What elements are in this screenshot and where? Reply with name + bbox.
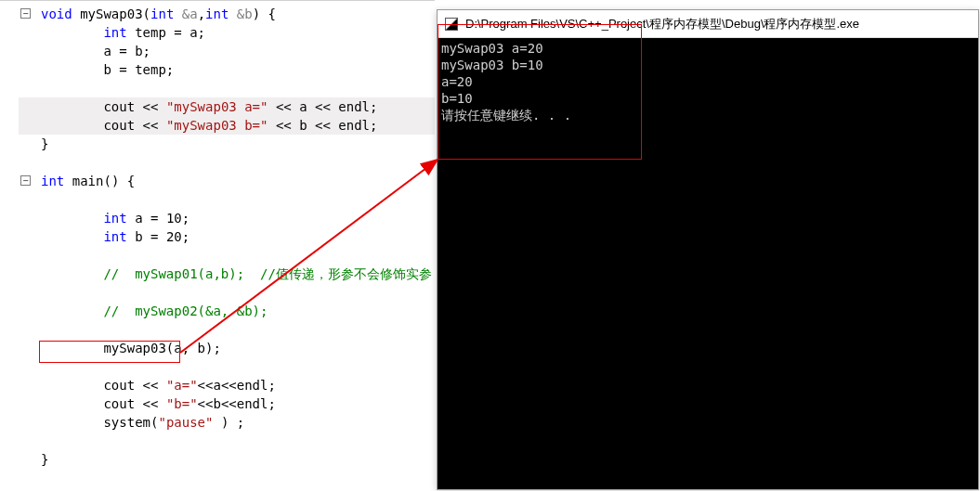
code-line[interactable]: b = temp;: [0, 60, 435, 79]
code-line[interactable]: [0, 357, 435, 376]
fold-toggle-icon[interactable]: [20, 175, 31, 186]
code-line[interactable]: a = b;: [0, 42, 435, 60]
code-line[interactable]: [0, 283, 435, 302]
code-line[interactable]: [0, 153, 435, 172]
code-line[interactable]: mySwap03(a, b);: [0, 339, 435, 357]
code-line[interactable]: }: [0, 450, 435, 469]
code-line[interactable]: [0, 190, 435, 209]
code-line[interactable]: cout << "a="<<a<<endl;: [0, 376, 435, 394]
code-line[interactable]: cout << "mySwap03 b=" << b << endl;: [0, 116, 435, 135]
code-line[interactable]: void mySwap03(int &a,int &b) {: [0, 5, 435, 23]
code-line[interactable]: cout << "b="<<b<<endl;: [0, 394, 435, 413]
fold-toggle-icon[interactable]: [20, 8, 31, 19]
code-line[interactable]: int main() {: [0, 172, 435, 190]
code-line[interactable]: int temp = a;: [0, 23, 435, 42]
code-line[interactable]: [0, 79, 435, 97]
code-line[interactable]: cout << "mySwap03 a=" << a << endl;: [0, 97, 435, 116]
console-output[interactable]: mySwap03 a=20 mySwap03 b=10 a=20 b=10 请按…: [438, 38, 978, 489]
code-line[interactable]: // mySwap02(&a, &b);: [0, 302, 435, 320]
code-line[interactable]: [0, 432, 435, 450]
code-line[interactable]: system("pause" ) ;: [0, 413, 435, 432]
code-line[interactable]: [0, 246, 435, 265]
code-line[interactable]: [0, 320, 435, 339]
console-titlebar: D:\Program Files\VS\C++_Project\程序内存模型\D…: [438, 10, 978, 38]
code-line[interactable]: }: [0, 135, 435, 153]
code-line[interactable]: // mySwap01(a,b); //值传递，形参不会修饰实参: [0, 265, 435, 283]
code-line[interactable]: int a = 10;: [0, 209, 435, 227]
console-window: D:\Program Files\VS\C++_Project\程序内存模型\D…: [437, 9, 979, 490]
console-title: D:\Program Files\VS\C++_Project\程序内存模型\D…: [465, 16, 859, 32]
code-editor[interactable]: void mySwap03(int &a,int &b) { int temp …: [0, 0, 435, 491]
app-icon: [445, 18, 458, 31]
code-line[interactable]: int b = 20;: [0, 227, 435, 246]
